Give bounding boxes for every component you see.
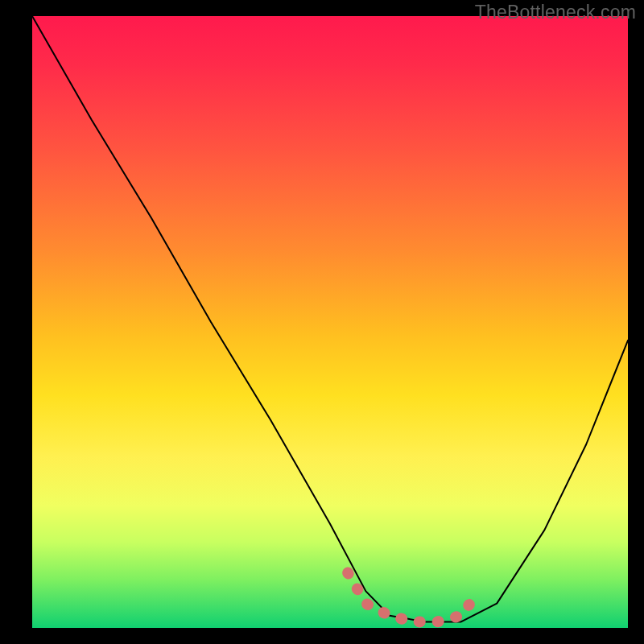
plot-area [32,16,628,628]
flat-trough-highlight [348,573,479,622]
watermark-text: TheBottleneck.com [475,2,636,23]
chart-svg [32,16,628,628]
chart-frame: TheBottleneck.com [0,0,644,644]
bottleneck-curve [32,16,628,621]
